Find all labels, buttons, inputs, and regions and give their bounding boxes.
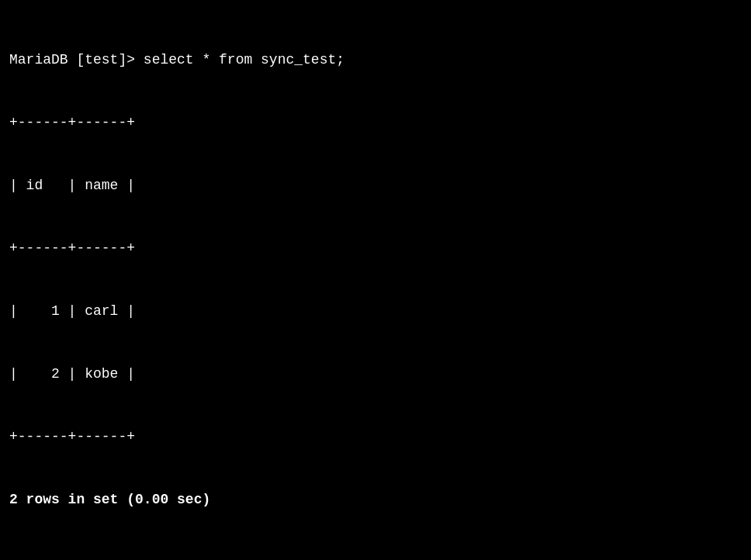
- table-row-2: | 2 | kobe |: [9, 364, 742, 385]
- table-header: | id | name |: [9, 175, 742, 196]
- blank-line: [9, 552, 742, 560]
- table-header-border: +------+------+: [9, 238, 742, 259]
- sql-select-line: MariaDB [test]> select * from sync_test;: [9, 50, 742, 71]
- table-border-bottom: +------+------+: [9, 427, 742, 448]
- rows-in-set: 2 rows in set (0.00 sec): [9, 489, 742, 510]
- terminal-output: MariaDB [test]> select * from sync_test;…: [9, 8, 742, 560]
- table-border-top: +------+------+: [9, 112, 742, 133]
- table-row-1: | 1 | carl |: [9, 301, 742, 322]
